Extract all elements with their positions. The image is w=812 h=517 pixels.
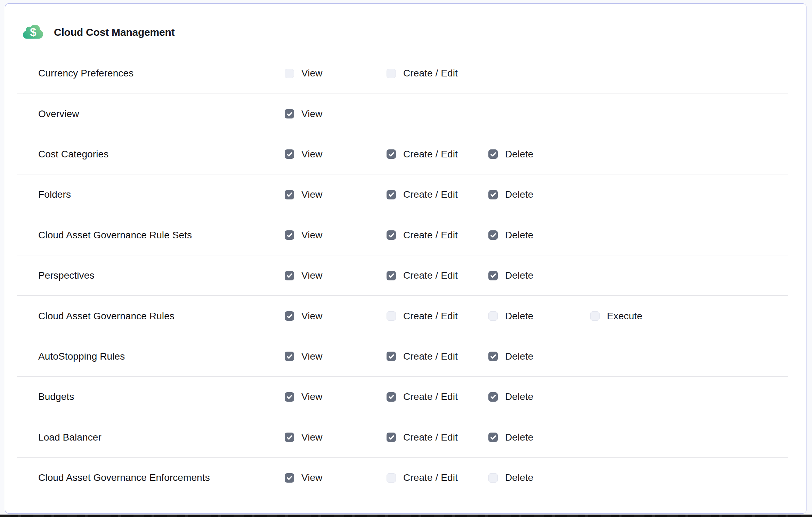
delete-checkbox-checked[interactable] bbox=[488, 433, 498, 442]
create-checkbox-checked[interactable] bbox=[387, 392, 396, 402]
module-title: Cloud Cost Management bbox=[54, 26, 174, 38]
resource-name: Load Balancer bbox=[38, 432, 102, 443]
create-checkbox-checked[interactable] bbox=[387, 271, 396, 280]
permission-label: View bbox=[301, 270, 323, 281]
bottom-edge-strip bbox=[0, 515, 812, 517]
permission-delete: Delete bbox=[488, 391, 534, 402]
dollar-symbol: $ bbox=[30, 26, 36, 39]
delete-checkbox-checked[interactable] bbox=[488, 352, 498, 361]
create-checkbox-checked[interactable] bbox=[387, 352, 396, 361]
resource-name: Cloud Asset Governance Rule Sets bbox=[38, 230, 192, 241]
resource-name: Folders bbox=[38, 189, 71, 200]
permission-row: AutoStopping Rules ViewCreate / EditDele… bbox=[5, 336, 806, 377]
permission-view: View bbox=[285, 311, 323, 322]
view-checkbox-checked[interactable] bbox=[285, 190, 294, 199]
view-checkbox-checked[interactable] bbox=[285, 311, 294, 321]
permission-label: Execute bbox=[607, 311, 642, 322]
resource-name: Cost Categories bbox=[38, 149, 108, 160]
execute-checkbox-unchecked[interactable] bbox=[590, 311, 600, 321]
delete-checkbox-unchecked[interactable] bbox=[488, 473, 498, 483]
permission-label: View bbox=[301, 311, 323, 322]
permission-row: Folders ViewCreate / EditDelete bbox=[5, 174, 806, 215]
permission-row: Load Balancer ViewCreate / EditDelete bbox=[5, 417, 806, 458]
create-checkbox-unchecked[interactable] bbox=[387, 311, 396, 321]
permission-create: Create / Edit bbox=[387, 311, 458, 322]
view-checkbox-checked[interactable] bbox=[285, 473, 294, 483]
delete-checkbox-checked[interactable] bbox=[488, 271, 498, 280]
delete-checkbox-checked[interactable] bbox=[488, 190, 498, 199]
permission-view: View bbox=[285, 270, 323, 281]
permission-view: View bbox=[285, 108, 323, 120]
permission-label: View bbox=[301, 189, 323, 200]
permission-label: View bbox=[301, 351, 323, 362]
permission-create: Create / Edit bbox=[387, 270, 458, 281]
permission-view: View bbox=[285, 391, 323, 402]
create-checkbox-checked[interactable] bbox=[387, 433, 396, 442]
permission-label: Create / Edit bbox=[403, 149, 458, 160]
create-checkbox-checked[interactable] bbox=[387, 230, 396, 240]
permission-delete: Delete bbox=[488, 270, 534, 281]
permission-create: Create / Edit bbox=[387, 351, 458, 362]
permission-view: View bbox=[285, 189, 323, 200]
permission-row: Cloud Asset Governance Enforcements View… bbox=[5, 458, 806, 498]
permission-row: Currency Preferences ViewCreate / Edit bbox=[5, 53, 806, 93]
permission-label: Delete bbox=[505, 230, 534, 241]
resource-name: Cloud Asset Governance Rules bbox=[38, 311, 174, 322]
resource-name: Perspectives bbox=[38, 270, 95, 281]
permissions-card: $ Cloud Cost Management Currency Prefere… bbox=[5, 3, 806, 514]
permission-label: View bbox=[301, 108, 323, 120]
permission-row: Budgets ViewCreate / EditDelete bbox=[5, 377, 806, 417]
permission-view: View bbox=[285, 68, 323, 79]
permission-label: Delete bbox=[505, 149, 534, 160]
view-checkbox-checked[interactable] bbox=[285, 109, 294, 118]
permission-label: Delete bbox=[505, 351, 534, 362]
permission-label: View bbox=[301, 472, 323, 483]
permission-execute: Execute bbox=[590, 311, 642, 322]
permission-label: Create / Edit bbox=[403, 432, 458, 443]
permission-delete: Delete bbox=[488, 149, 534, 160]
cloud-dollar-icon: $ bbox=[23, 24, 43, 40]
permission-delete: Delete bbox=[488, 311, 534, 322]
permission-create: Create / Edit bbox=[387, 189, 458, 200]
permission-view: View bbox=[285, 472, 323, 483]
view-checkbox-checked[interactable] bbox=[285, 271, 294, 280]
permission-view: View bbox=[285, 432, 323, 443]
permission-label: View bbox=[301, 68, 323, 79]
delete-checkbox-checked[interactable] bbox=[488, 392, 498, 402]
resource-name: Overview bbox=[38, 108, 79, 120]
view-checkbox-checked[interactable] bbox=[285, 230, 294, 240]
view-checkbox-checked[interactable] bbox=[285, 352, 294, 361]
card-header: $ Cloud Cost Management bbox=[5, 4, 806, 53]
permission-label: View bbox=[301, 391, 323, 402]
permission-rows: Currency Preferences ViewCreate / Edit O… bbox=[5, 53, 806, 498]
permission-create: Create / Edit bbox=[387, 230, 458, 241]
create-checkbox-unchecked[interactable] bbox=[387, 69, 396, 78]
delete-checkbox-unchecked[interactable] bbox=[488, 311, 498, 321]
permission-label: Create / Edit bbox=[403, 270, 458, 281]
permission-view: View bbox=[285, 351, 323, 362]
resource-name: Currency Preferences bbox=[38, 68, 133, 79]
view-checkbox-checked[interactable] bbox=[285, 433, 294, 442]
create-checkbox-unchecked[interactable] bbox=[387, 473, 396, 483]
permission-delete: Delete bbox=[488, 230, 534, 241]
view-checkbox-checked[interactable] bbox=[285, 149, 294, 159]
permission-delete: Delete bbox=[488, 472, 534, 483]
permission-label: Delete bbox=[505, 472, 534, 483]
delete-checkbox-checked[interactable] bbox=[488, 149, 498, 159]
permission-label: Delete bbox=[505, 391, 534, 402]
resource-name: Cloud Asset Governance Enforcements bbox=[38, 472, 210, 483]
permission-create: Create / Edit bbox=[387, 391, 458, 402]
permission-row: Overview View bbox=[5, 93, 806, 134]
create-checkbox-checked[interactable] bbox=[387, 149, 396, 159]
permission-label: Create / Edit bbox=[403, 68, 458, 79]
permission-row: Cost Categories ViewCreate / EditDelete bbox=[5, 134, 806, 174]
permission-label: Delete bbox=[505, 311, 534, 322]
permission-label: View bbox=[301, 432, 323, 443]
delete-checkbox-checked[interactable] bbox=[488, 230, 498, 240]
view-checkbox-checked[interactable] bbox=[285, 392, 294, 402]
permission-view: View bbox=[285, 230, 323, 241]
permission-row: Perspectives ViewCreate / EditDelete bbox=[5, 255, 806, 296]
create-checkbox-checked[interactable] bbox=[387, 190, 396, 199]
permission-label: Delete bbox=[505, 432, 534, 443]
view-checkbox-unchecked[interactable] bbox=[285, 69, 294, 78]
